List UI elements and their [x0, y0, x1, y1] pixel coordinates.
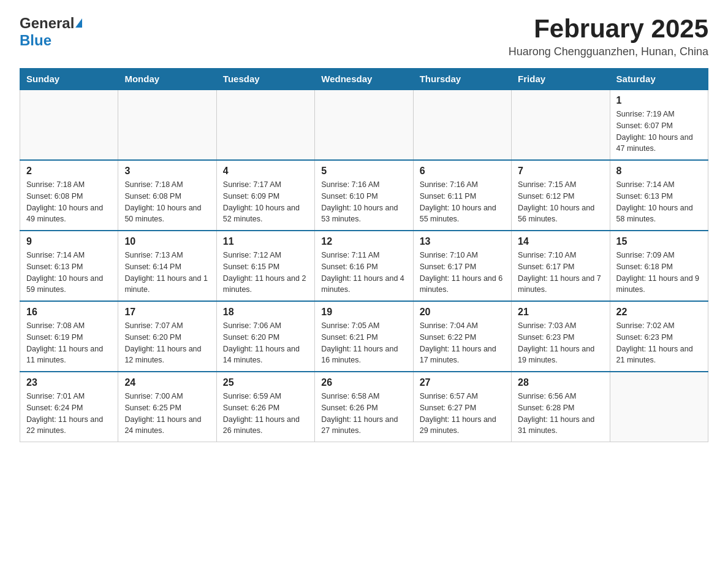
logo: General Blue [20, 15, 82, 49]
calendar-cell: 1Sunrise: 7:19 AM Sunset: 6:07 PM Daylig… [610, 90, 708, 160]
calendar-cell [315, 90, 413, 160]
calendar-cell: 21Sunrise: 7:03 AM Sunset: 6:23 PM Dayli… [512, 301, 610, 372]
day-info: Sunrise: 6:58 AM Sunset: 6:26 PM Dayligh… [321, 391, 406, 437]
calendar-cell: 27Sunrise: 6:57 AM Sunset: 6:27 PM Dayli… [413, 372, 511, 442]
day-info: Sunrise: 7:14 AM Sunset: 6:13 PM Dayligh… [26, 250, 112, 296]
calendar-cell: 15Sunrise: 7:09 AM Sunset: 6:18 PM Dayli… [610, 231, 708, 301]
day-info: Sunrise: 7:05 AM Sunset: 6:21 PM Dayligh… [321, 320, 406, 366]
day-number: 5 [321, 166, 406, 177]
title-area: February 2025 Huarong Chengguanzhen, Hun… [509, 15, 708, 58]
calendar-week-3: 9Sunrise: 7:14 AM Sunset: 6:13 PM Daylig… [20, 231, 708, 301]
day-number: 13 [420, 236, 505, 247]
day-info: Sunrise: 7:19 AM Sunset: 6:07 PM Dayligh… [616, 109, 702, 155]
calendar-table: SundayMondayTuesdayWednesdayThursdayFrid… [20, 68, 708, 442]
day-info: Sunrise: 7:10 AM Sunset: 6:17 PM Dayligh… [518, 250, 603, 296]
day-info: Sunrise: 7:18 AM Sunset: 6:08 PM Dayligh… [124, 179, 210, 225]
calendar-week-1: 1Sunrise: 7:19 AM Sunset: 6:07 PM Daylig… [20, 90, 708, 160]
calendar-week-5: 23Sunrise: 7:01 AM Sunset: 6:24 PM Dayli… [20, 372, 708, 442]
calendar-cell: 6Sunrise: 7:16 AM Sunset: 6:11 PM Daylig… [413, 160, 511, 231]
day-number: 15 [616, 236, 702, 247]
calendar-cell: 12Sunrise: 7:11 AM Sunset: 6:16 PM Dayli… [315, 231, 413, 301]
calendar-cell: 22Sunrise: 7:02 AM Sunset: 6:23 PM Dayli… [610, 301, 708, 372]
day-number: 1 [616, 95, 702, 106]
day-info: Sunrise: 7:13 AM Sunset: 6:14 PM Dayligh… [124, 250, 210, 296]
day-info: Sunrise: 7:00 AM Sunset: 6:25 PM Dayligh… [124, 391, 210, 437]
header: General Blue February 2025 Huarong Cheng… [20, 15, 708, 58]
day-number: 9 [26, 236, 112, 247]
calendar-body: 1Sunrise: 7:19 AM Sunset: 6:07 PM Daylig… [20, 90, 708, 442]
weekday-header-wednesday: Wednesday [315, 69, 413, 90]
calendar-cell: 11Sunrise: 7:12 AM Sunset: 6:15 PM Dayli… [216, 231, 314, 301]
day-info: Sunrise: 7:16 AM Sunset: 6:10 PM Dayligh… [321, 179, 406, 225]
day-number: 28 [518, 377, 603, 388]
day-info: Sunrise: 6:59 AM Sunset: 6:26 PM Dayligh… [223, 391, 308, 437]
calendar-cell [20, 90, 118, 160]
day-info: Sunrise: 6:56 AM Sunset: 6:28 PM Dayligh… [518, 391, 603, 437]
day-number: 11 [223, 236, 308, 247]
day-number: 26 [321, 377, 406, 388]
day-number: 22 [616, 307, 702, 318]
day-number: 27 [420, 377, 505, 388]
calendar-cell: 5Sunrise: 7:16 AM Sunset: 6:10 PM Daylig… [315, 160, 413, 231]
calendar-cell: 28Sunrise: 6:56 AM Sunset: 6:28 PM Dayli… [512, 372, 610, 442]
logo-general-text: General [20, 15, 74, 32]
logo-blue-text: Blue [20, 32, 51, 48]
day-info: Sunrise: 7:14 AM Sunset: 6:13 PM Dayligh… [616, 179, 702, 225]
calendar-header: SundayMondayTuesdayWednesdayThursdayFrid… [20, 69, 708, 90]
day-info: Sunrise: 7:08 AM Sunset: 6:19 PM Dayligh… [26, 320, 112, 366]
calendar-cell [512, 90, 610, 160]
calendar-cell: 9Sunrise: 7:14 AM Sunset: 6:13 PM Daylig… [20, 231, 118, 301]
calendar-cell: 4Sunrise: 7:17 AM Sunset: 6:09 PM Daylig… [216, 160, 314, 231]
calendar-cell: 2Sunrise: 7:18 AM Sunset: 6:08 PM Daylig… [20, 160, 118, 231]
day-info: Sunrise: 6:57 AM Sunset: 6:27 PM Dayligh… [420, 391, 505, 437]
calendar-cell [216, 90, 314, 160]
calendar-cell [413, 90, 511, 160]
day-number: 23 [26, 377, 112, 388]
day-number: 18 [223, 307, 308, 318]
calendar-cell: 3Sunrise: 7:18 AM Sunset: 6:08 PM Daylig… [118, 160, 216, 231]
day-info: Sunrise: 7:06 AM Sunset: 6:20 PM Dayligh… [223, 320, 308, 366]
day-number: 25 [223, 377, 308, 388]
day-info: Sunrise: 7:16 AM Sunset: 6:11 PM Dayligh… [420, 179, 505, 225]
calendar-cell [610, 372, 708, 442]
weekday-header-saturday: Saturday [610, 69, 708, 90]
day-number: 12 [321, 236, 406, 247]
day-number: 4 [223, 166, 308, 177]
day-number: 24 [124, 377, 210, 388]
calendar-week-4: 16Sunrise: 7:08 AM Sunset: 6:19 PM Dayli… [20, 301, 708, 372]
day-info: Sunrise: 7:15 AM Sunset: 6:12 PM Dayligh… [518, 179, 603, 225]
day-info: Sunrise: 7:10 AM Sunset: 6:17 PM Dayligh… [420, 250, 505, 296]
day-info: Sunrise: 7:01 AM Sunset: 6:24 PM Dayligh… [26, 391, 112, 437]
logo-arrow-icon [75, 18, 82, 28]
day-number: 16 [26, 307, 112, 318]
calendar-cell: 23Sunrise: 7:01 AM Sunset: 6:24 PM Dayli… [20, 372, 118, 442]
calendar-subtitle: Huarong Chengguanzhen, Hunan, China [509, 45, 708, 58]
calendar-title: February 2025 [509, 15, 708, 43]
calendar-cell: 14Sunrise: 7:10 AM Sunset: 6:17 PM Dayli… [512, 231, 610, 301]
day-number: 14 [518, 236, 603, 247]
calendar-cell [118, 90, 216, 160]
calendar-cell: 16Sunrise: 7:08 AM Sunset: 6:19 PM Dayli… [20, 301, 118, 372]
weekday-header-monday: Monday [118, 69, 216, 90]
day-number: 19 [321, 307, 406, 318]
weekday-header-thursday: Thursday [413, 69, 511, 90]
day-info: Sunrise: 7:02 AM Sunset: 6:23 PM Dayligh… [616, 320, 702, 366]
calendar-cell: 24Sunrise: 7:00 AM Sunset: 6:25 PM Dayli… [118, 372, 216, 442]
calendar-cell: 13Sunrise: 7:10 AM Sunset: 6:17 PM Dayli… [413, 231, 511, 301]
calendar-cell: 18Sunrise: 7:06 AM Sunset: 6:20 PM Dayli… [216, 301, 314, 372]
day-number: 20 [420, 307, 505, 318]
day-number: 7 [518, 166, 603, 177]
day-number: 2 [26, 166, 112, 177]
calendar-cell: 7Sunrise: 7:15 AM Sunset: 6:12 PM Daylig… [512, 160, 610, 231]
day-info: Sunrise: 7:07 AM Sunset: 6:20 PM Dayligh… [124, 320, 210, 366]
day-number: 21 [518, 307, 603, 318]
day-info: Sunrise: 7:18 AM Sunset: 6:08 PM Dayligh… [26, 179, 112, 225]
day-info: Sunrise: 7:17 AM Sunset: 6:09 PM Dayligh… [223, 179, 308, 225]
calendar-cell: 8Sunrise: 7:14 AM Sunset: 6:13 PM Daylig… [610, 160, 708, 231]
calendar-cell: 17Sunrise: 7:07 AM Sunset: 6:20 PM Dayli… [118, 301, 216, 372]
weekday-header-friday: Friday [512, 69, 610, 90]
day-info: Sunrise: 7:11 AM Sunset: 6:16 PM Dayligh… [321, 250, 406, 296]
day-number: 10 [124, 236, 210, 247]
calendar-cell: 10Sunrise: 7:13 AM Sunset: 6:14 PM Dayli… [118, 231, 216, 301]
day-number: 6 [420, 166, 505, 177]
